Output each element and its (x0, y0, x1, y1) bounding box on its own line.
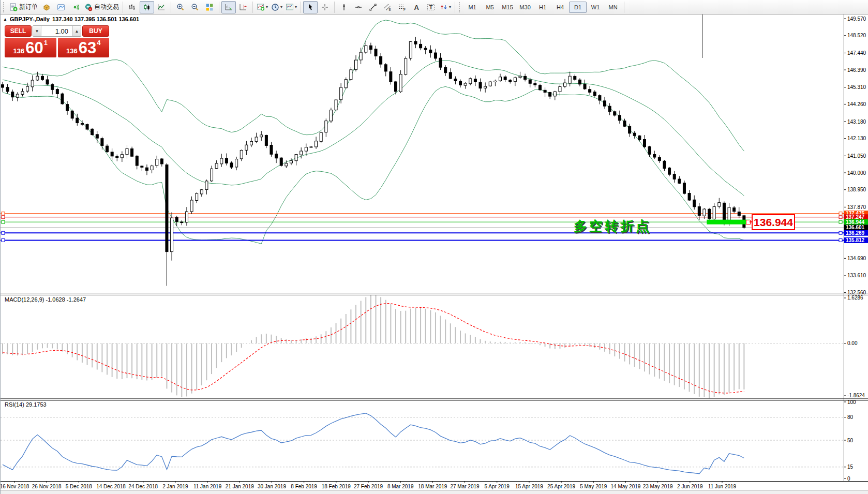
trendline-icon (369, 3, 377, 11)
svg-text:-1.8624: -1.8624 (847, 393, 865, 398)
broadcast-icon (71, 3, 80, 11)
timeframe-d1-button[interactable]: D1 (569, 2, 587, 13)
periods-button[interactable]: ▾ (270, 1, 284, 13)
timeframe-w1-button[interactable]: W1 (587, 2, 604, 13)
broadcast-button[interactable] (68, 1, 83, 13)
timeframe-m1-button[interactable]: M1 (463, 2, 481, 13)
history-cube-icon (42, 3, 51, 11)
svg-text:147.440: 147.440 (847, 50, 866, 56)
svg-text:1.6286: 1.6286 (847, 295, 863, 301)
fibonacci-icon: F (398, 3, 406, 11)
chart-shift-button[interactable] (236, 1, 250, 13)
bar-chart-button[interactable] (125, 1, 140, 13)
tile-windows-button[interactable] (202, 1, 217, 13)
svg-text:144.260: 144.260 (847, 101, 866, 107)
toolbar-separator (252, 2, 253, 13)
chevron-down-icon[interactable]: ▾ (280, 5, 282, 9)
indicators-button[interactable]: ▾ (255, 1, 270, 13)
sell-price-sup: 1 (44, 39, 48, 47)
volume-stepper: ▼ ▲ (33, 25, 81, 37)
indicators-icon (257, 3, 265, 11)
new-order-button[interactable]: 新订单 (8, 1, 39, 13)
turning-point-annotation[interactable]: 多空转折点 (574, 217, 651, 235)
svg-text:80: 80 (847, 414, 854, 420)
sell-button[interactable]: SELL (5, 25, 32, 37)
one-click-trading-panel: SELL ▼ ▲ BUY 136 60 1 136 63 4 (5, 25, 109, 57)
timeframe-m15-button[interactable]: M15 (499, 2, 516, 13)
volume-decrease-button[interactable]: ▼ (33, 26, 41, 36)
arrows-button[interactable]: ▾ (438, 1, 453, 13)
callout-connector (750, 221, 753, 222)
svg-text:50: 50 (847, 438, 854, 443)
chart-shift-icon (239, 3, 247, 11)
timeframe-h1-button[interactable]: H1 (534, 2, 551, 13)
auto-trading-button[interactable]: 自动交易 (83, 1, 121, 13)
sell-price-big: 60 (25, 39, 43, 57)
new-order-label: 新订单 (19, 3, 38, 11)
zoom-out-button[interactable] (188, 1, 202, 13)
text-label-button[interactable]: T (424, 1, 438, 13)
svg-text:27 Mar 2019: 27 Mar 2019 (450, 484, 480, 489)
svg-text:5 Apr 2019: 5 Apr 2019 (485, 484, 510, 489)
timeframe-m5-button[interactable]: M5 (481, 2, 499, 13)
chart-canvas[interactable]: 149.570148.520147.440146.390145.310144.2… (1, 0, 868, 494)
fibonacci-button[interactable]: F (395, 1, 409, 13)
templates-button[interactable]: ▾ (284, 1, 298, 13)
zoom-in-button[interactable] (173, 1, 188, 13)
chevron-down-icon[interactable]: ▾ (295, 5, 297, 9)
chevron-down-icon[interactable]: ▾ (266, 5, 268, 9)
history-cube-button[interactable] (39, 1, 54, 13)
buy-button[interactable]: BUY (82, 25, 109, 37)
equidistant-channel-button[interactable]: E (380, 1, 395, 13)
chevron-down-icon[interactable]: ▾ (449, 5, 451, 9)
toolbar-separator (171, 2, 171, 13)
crosshair-button[interactable] (318, 1, 332, 13)
buy-price-box[interactable]: 136 63 4 (58, 38, 110, 57)
svg-text:149.570: 149.570 (847, 16, 866, 22)
svg-text:T: T (429, 4, 433, 10)
toolbar-separator (334, 2, 335, 13)
svg-text:0.00: 0.00 (847, 340, 858, 346)
line-chart-button[interactable] (154, 1, 169, 13)
svg-text:2 Jan 2019: 2 Jan 2019 (162, 484, 188, 489)
timeframe-m30-button[interactable]: M30 (516, 2, 534, 13)
templates-icon (286, 3, 294, 11)
vertical-line-button[interactable] (337, 1, 351, 13)
horizontal-line-button[interactable] (351, 1, 366, 13)
equidistant-channel-icon: E (383, 3, 392, 11)
candlestick-chart-button[interactable] (140, 1, 154, 13)
trendline-button[interactable] (366, 1, 380, 13)
svg-text:137.870: 137.870 (847, 204, 866, 210)
svg-text:142.130: 142.130 (847, 136, 866, 141)
toolbar-separator (123, 2, 123, 13)
periods-icon (271, 3, 279, 11)
auto-scroll-button[interactable] (221, 1, 236, 13)
svg-text:18 Mar 2019: 18 Mar 2019 (418, 484, 447, 489)
svg-text:23 May 2019: 23 May 2019 (643, 484, 673, 489)
svg-text:133.610: 133.610 (847, 273, 866, 278)
svg-text:8 Mar 2019: 8 Mar 2019 (387, 484, 414, 489)
arrows-icon (440, 3, 448, 11)
svg-text:16 Nov 2018: 16 Nov 2018 (1, 484, 29, 489)
svg-text:A: A (414, 3, 420, 11)
svg-text:140.000: 140.000 (847, 170, 866, 176)
timeframe-h4-button[interactable]: H4 (551, 2, 569, 13)
market-profile-icon (57, 3, 65, 11)
text-button[interactable]: A (409, 1, 424, 13)
price-callout-box[interactable]: 136.944 (752, 214, 795, 230)
horizontal-line-icon (354, 3, 363, 11)
volume-increase-button[interactable]: ▲ (72, 26, 81, 36)
svg-text:0: 0 (847, 476, 850, 482)
turning-zone-highlight[interactable] (707, 220, 750, 224)
text-icon: A (412, 3, 421, 11)
vertical-line-icon (340, 3, 348, 11)
market-profile-button[interactable] (54, 1, 68, 13)
volume-input[interactable] (41, 26, 72, 36)
cursor-button[interactable] (303, 1, 318, 13)
bar-chart-icon (128, 3, 137, 11)
svg-text:146.390: 146.390 (847, 67, 866, 73)
timeframe-mn-button[interactable]: MN (604, 2, 622, 13)
sell-price-box[interactable]: 136 60 1 (5, 38, 56, 57)
svg-text:24 Dec 2018: 24 Dec 2018 (128, 484, 158, 489)
collapse-arrow-icon[interactable]: ▲ (3, 17, 7, 22)
